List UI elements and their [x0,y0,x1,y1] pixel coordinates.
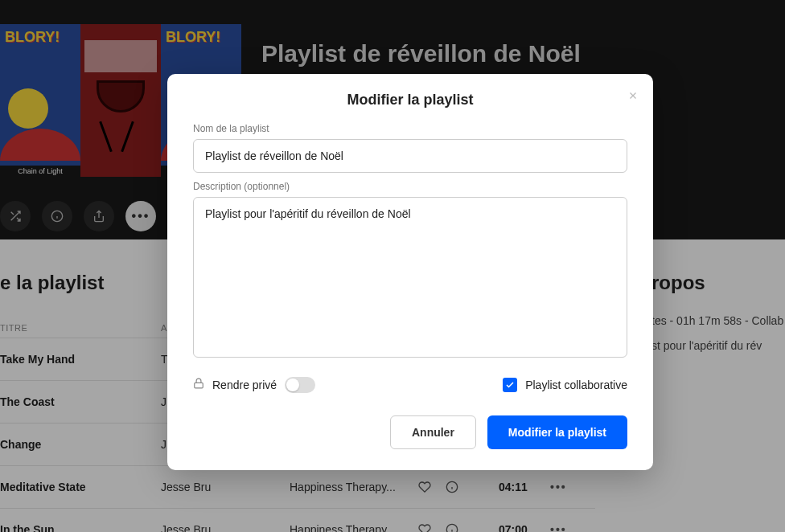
options-row: Rendre privé Playlist collaborative [193,377,627,393]
private-option: Rendre privé [193,377,315,393]
close-button[interactable] [627,88,639,105]
lock-icon [193,378,204,392]
cancel-button[interactable]: Annuler [390,415,476,449]
close-icon [627,90,639,101]
description-label: Description (optionnel) [193,181,627,192]
private-label: Rendre privé [212,379,277,391]
playlist-description-input[interactable] [193,197,627,358]
svg-rect-11 [195,383,203,387]
submit-button[interactable]: Modifier la playlist [487,415,627,449]
collaborative-option: Playlist collaborative [503,378,627,392]
collaborative-checkbox[interactable] [503,378,517,392]
playlist-name-input[interactable] [193,139,627,173]
name-label: Nom de la playlist [193,123,627,134]
edit-playlist-modal: Modifier la playlist Nom de la playlist … [167,74,653,470]
modal-title: Modifier la playlist [193,92,627,108]
modal-footer: Annuler Modifier la playlist [193,415,627,449]
collaborative-label: Playlist collaborative [525,379,627,391]
private-toggle[interactable] [285,377,315,393]
check-icon [505,380,515,390]
